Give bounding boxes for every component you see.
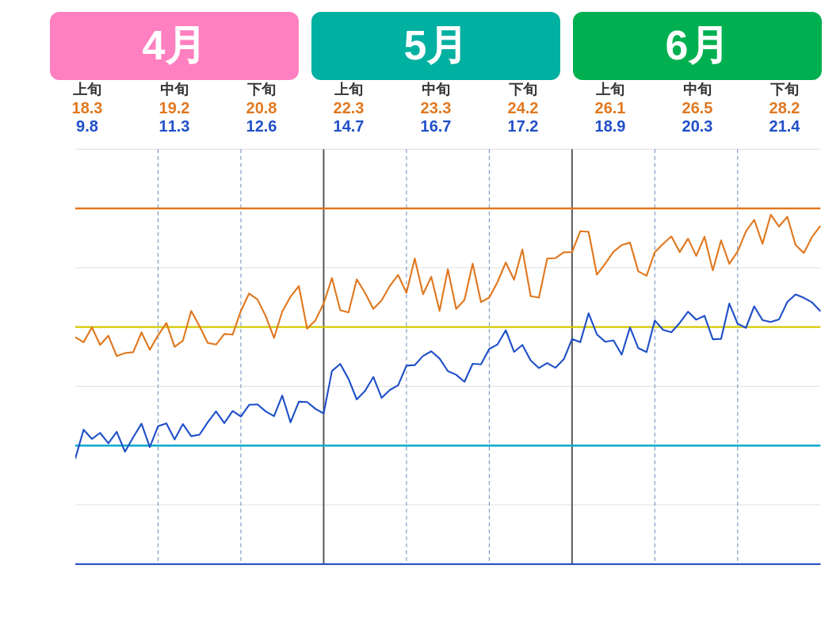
month-label-0: 4月 bbox=[50, 12, 299, 80]
decade-col-1-1: 中旬23.316.7 bbox=[392, 80, 479, 136]
decade-col-1-2: 下旬24.217.2 bbox=[479, 80, 567, 136]
decade-col-0-1: 中旬19.211.3 bbox=[131, 80, 218, 136]
chart-container: 4月5月6月 上旬18.39.8中旬19.211.3下旬20.812.6上旬22… bbox=[0, 0, 840, 634]
decade-col-2-2: 下旬28.221.4 bbox=[741, 80, 828, 136]
month-label-2: 6月 bbox=[573, 12, 822, 80]
decade-col-2-1: 中旬26.520.3 bbox=[654, 80, 741, 136]
decade-col-0-0: 上旬18.39.8 bbox=[44, 80, 131, 136]
decade-col-0-2: 下旬20.812.6 bbox=[218, 80, 305, 136]
decade-col-1-0: 上旬22.314.7 bbox=[305, 80, 392, 136]
decade-col-2-0: 上旬26.118.9 bbox=[567, 80, 654, 136]
main-chart: 05101520253035 bbox=[75, 139, 828, 575]
month-label-1: 5月 bbox=[311, 12, 560, 80]
